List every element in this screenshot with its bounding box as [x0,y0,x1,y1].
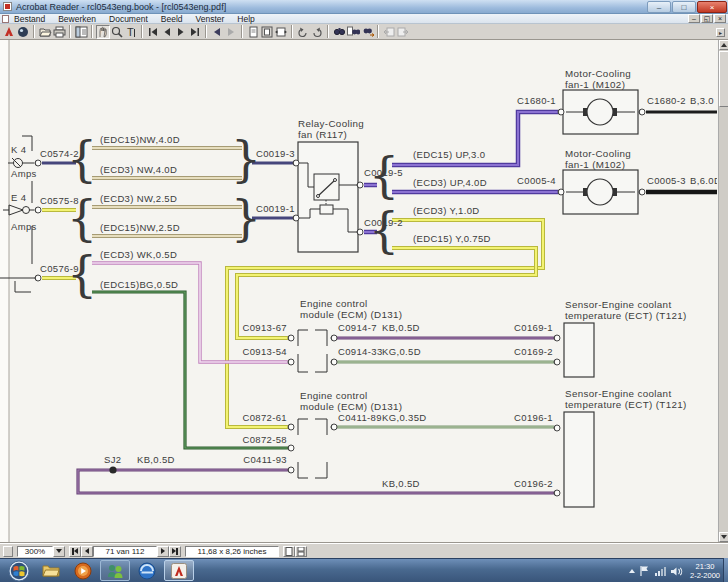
label-wire-ecd3-nw40: (ECD3) NW,4.0D [100,164,177,175]
menu-bewerken[interactable]: Bewerken [58,14,96,24]
taskbar-clock[interactable]: 21:30 2-2-2000 [690,562,720,581]
next-highlight-icon[interactable] [396,25,410,39]
label-relay-title-1: Relay-Cooling [298,118,364,129]
mdi-restore-button[interactable]: ◱ [701,14,713,23]
label-motor1-title-2: fan-1 (M102) [565,79,625,90]
fit-width-icon[interactable] [274,25,288,39]
label-ecm2-title-1: Engine control [300,390,368,401]
prev-highlight-icon[interactable] [382,25,396,39]
mdi-close-button[interactable]: × [714,14,726,23]
motor-fan-2-component [563,170,638,214]
web-eye-icon[interactable] [16,25,30,39]
label-c0913-54: C0913-54 [242,346,287,357]
menu-venster[interactable]: Venster [196,14,225,24]
statusbar-grip[interactable] [3,546,13,557]
scroll-up-button[interactable] [719,40,728,50]
search-icon[interactable] [346,25,360,39]
page-size-box: 11,68 x 8,26 inches [185,546,279,557]
menu-help[interactable]: Help [237,14,254,24]
rotate-right-icon[interactable] [310,25,324,39]
menu-beeld[interactable]: Beeld [161,14,183,24]
motor-fan-1-component [563,90,638,134]
print-icon[interactable] [52,25,66,39]
label-wire-edc15-y075: (EDC15) Y,0.75D [413,233,491,244]
next-page-button[interactable] [157,546,169,557]
scrollbar-thumb[interactable] [719,51,728,107]
label-c0169-1: C0169-1 [514,322,553,333]
continuous-layout-button[interactable] [295,546,307,557]
label-c0019-3: C0019-3 [256,148,295,159]
show-navpane-icon[interactable] [74,25,88,39]
document-icon [2,15,9,23]
toolbar-separator [69,25,71,38]
label-ect1-title-1: Sensor-Engine coolant [565,299,671,310]
last-page-icon[interactable] [188,25,202,39]
label-wire-b30: B,3.0 [690,95,714,106]
tray-expand-icon[interactable] [629,569,635,573]
label-c0005-4: C0005-4 [517,175,556,186]
close-button[interactable]: × [697,1,727,13]
label-wire-kb05-a: KB,0.5D [382,322,420,333]
zoom-tool-icon[interactable] [110,25,124,39]
toolbar-separator [205,25,207,38]
rotate-left-icon[interactable] [296,25,310,39]
actual-size-icon[interactable] [246,25,260,39]
label-c0196-2: C0196-2 [514,478,553,489]
taskbar-ie-button[interactable] [132,560,162,581]
scroll-down-button[interactable] [719,532,728,542]
toolbar-separator [327,25,329,38]
prev-page-icon[interactable] [160,25,174,39]
fit-page-icon[interactable] [260,25,274,39]
label-c1680-1: C1680-1 [517,95,556,106]
go-forward-icon[interactable] [224,25,238,39]
taskbar-media-button[interactable] [68,560,98,581]
label-wire-ecd3-up40: (ECD3) UP,4.0D [413,177,487,188]
label-ecm2-title-2: module (ECM) (D131) [300,401,402,412]
document-page[interactable]: { } { } { { { K 4 Amps C0574-2 (EDC15)NW… [0,40,717,543]
menu-document[interactable]: Document [109,14,148,24]
label-c1680-2: C1680-2 [647,95,686,106]
find-icon[interactable] [332,25,346,39]
label-wire-b60: B,6.0D [690,175,717,186]
hand-tool-icon[interactable] [96,25,110,39]
first-page-button[interactable] [69,546,81,557]
text-select-tool-icon[interactable]: T [124,25,138,39]
taskbar-explorer-button[interactable] [36,560,66,581]
label-wire-edc15-nw40: (EDC15)NW,4.0D [100,134,180,145]
open-file-icon[interactable] [38,25,52,39]
mdi-minimize-button[interactable]: – [688,14,700,23]
label-c0019-5: C0019-5 [364,167,403,178]
first-page-icon[interactable] [146,25,160,39]
toolbar-separator [141,25,143,38]
label-wire-kg035: KG,0.35D [382,412,427,423]
action-center-flag-icon[interactable] [639,565,650,577]
minimize-button[interactable]: – [647,1,671,13]
start-button[interactable] [4,560,34,581]
title-bar[interactable]: Acrobat Reader - rcl0543eng.book - [rcl0… [0,0,728,14]
next-page-icon[interactable] [174,25,188,39]
svg-text:{: { [369,202,400,258]
show-desktop-button[interactable] [723,558,728,582]
label-ecm1-title-2: module (ECM) (D131) [300,309,402,320]
maximize-button[interactable]: □ [672,1,696,13]
taskbar-adobe-reader-button[interactable] [164,560,194,581]
toolbar-overflow-button[interactable]: ▸ [716,28,725,37]
menu-bestand[interactable]: Bestand [14,14,45,24]
zoom-dropdown-button[interactable] [53,546,65,557]
label-c0576-9: C0576-9 [40,263,79,274]
taskbar-people-button[interactable] [100,560,130,581]
prev-page-button[interactable] [81,546,93,557]
label-c0196-1: C0196-1 [514,412,553,423]
acrobat-logo-icon[interactable] [2,25,16,39]
zoom-level-box[interactable]: 300% [17,546,53,557]
page-indicator[interactable]: 71 van 112 [93,546,157,557]
vertical-scrollbar[interactable] [718,40,728,543]
label-c0913-67: C0913-67 [242,322,287,333]
single-page-layout-button[interactable] [283,546,295,557]
last-page-button[interactable] [169,546,181,557]
speaker-icon[interactable] [670,566,683,577]
network-icon[interactable] [654,566,666,577]
go-back-icon[interactable] [210,25,224,39]
label-fuse1-rating: Amps [11,168,37,179]
search-results-icon[interactable] [360,25,374,39]
